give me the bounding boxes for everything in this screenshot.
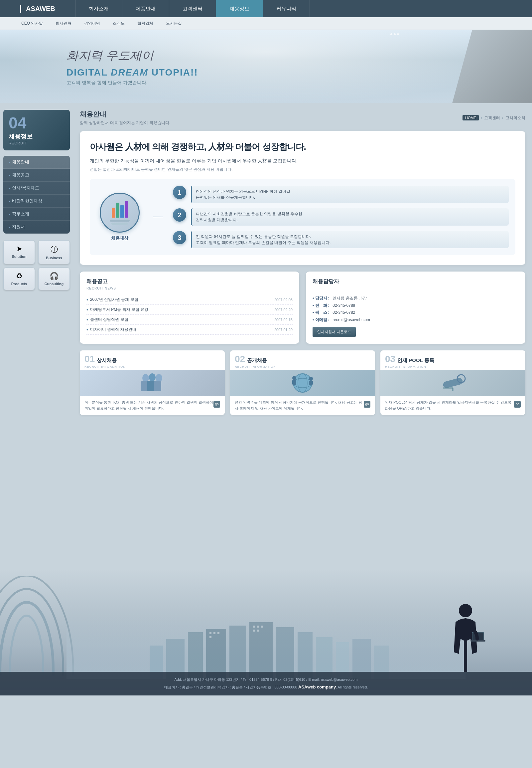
svg-point-18 <box>0 602 53 676</box>
recruit-news-box: 채용공고 RECRUIT NEWS • 2007년 신입사원 공채 모집 200… <box>80 272 299 344</box>
header: ASAWEB 회사소개 제품안내 고객센터 채용정보 커뮤니티 <box>0 0 532 103</box>
step-text-3: 전 직원과 84시간도 늘 함께할 수 있는 유능한 직원을 모집합니다. 고객… <box>191 231 509 248</box>
news-item-1: • 2007년 신입사원 공채 모집 2007.02.03 <box>86 295 293 305</box>
nav-customer[interactable]: 고객센터 <box>169 0 216 17</box>
info-box-1-en: RECRUIT INFORMATION <box>80 365 225 370</box>
nav-recruit[interactable]: 채용정보 <box>216 0 263 17</box>
sub-nav-org[interactable]: 조직도 <box>111 20 126 27</box>
step-item-2: 2 다년간의 사회경험을 바탕으로 충분한 역량을 발취할 우수한 경력사원을 … <box>173 208 509 226</box>
sub-nav-management[interactable]: 경영이념 <box>83 20 101 27</box>
step-circle-1: 1 <box>173 186 186 199</box>
info-box-3-text: go 인재 POOL은 당시 공개가 없을 시 언제라도 입사지원서를 등록하실… <box>380 396 525 415</box>
sidebar-menu-item-recruit-info[interactable]: 채용안내 <box>3 156 70 169</box>
sidebar-menu-item-apply[interactable]: 지원서 <box>3 221 70 234</box>
sidebar-btn-consulting[interactable]: 🎧 Cunsulting <box>38 268 70 290</box>
footer-decor: Add. 서울특별시 가나구 다라동 123번지 / Tel. 01234-56… <box>0 569 532 696</box>
products-icon: ♻ <box>6 272 32 281</box>
hero-text: 화지력 우도제이 DIGITAL DREAM UTOPIA!! 고객의 행복을 … <box>67 48 198 86</box>
section-title: 채용안내 <box>80 110 170 119</box>
solution-icon: ➤ <box>6 245 32 253</box>
info-box-3: 03 인재 POOL 등록 RECRUIT INFORMATION <box>380 350 525 415</box>
sidebar-title-kr: 채용정보 <box>9 132 65 140</box>
contact-name: • 담당자 : 인사팀 홍길동 과장 <box>313 295 519 302</box>
sub-nav: CEO 인사말 회사연혁 경영이념 조직도 협력업체 오시는길 <box>0 17 532 30</box>
diagram-steps: 1 창의적인 생각과 넘치는 의욕으로 미래를 함께 열어갈 능력있는 인재를 … <box>173 186 509 248</box>
consulting-label: Cunsulting <box>41 282 67 286</box>
section-desc: 함께 성장하면서 더욱 철어지는 기업이 되겠습니다. <box>80 120 170 126</box>
bullet-2: • <box>86 307 88 313</box>
logo[interactable]: ASAWEB <box>20 5 55 13</box>
info-box-2-header: 02 공개채용 <box>230 350 375 365</box>
nav-company[interactable]: 회사소개 <box>75 0 122 17</box>
sidebar-menu-item-talent[interactable]: 바람직한인재상 <box>3 195 70 208</box>
info-box-1-header: 01 상시채용 <box>80 350 225 365</box>
contact-email-value: recruit@asaweb.com <box>333 318 370 322</box>
sidebar-menu-item-jobs[interactable]: 직무소개 <box>3 208 70 221</box>
contact-box-subtitle <box>313 287 519 290</box>
news-item-2: • 마케팅부서 PM급 특채 모집 요강 2007.02.20 <box>86 305 293 315</box>
main-nav: 회사소개 제품안내 고객센터 채용정보 커뮤니티 <box>75 0 512 17</box>
bullet-3: • <box>86 317 88 322</box>
sub-nav-partner[interactable]: 협력업체 <box>136 20 155 27</box>
info-box-3-image <box>380 370 525 396</box>
news-text-2: 마케팅부서 PM급 특채 모집 요강 <box>90 307 148 313</box>
sidebar-btn-products[interactable]: ♻ Products <box>3 268 35 290</box>
news-date-1: 2007.02.03 <box>274 298 293 302</box>
sidebar-btn-solution[interactable]: ➤ Solution <box>3 240 35 264</box>
footer-buildings <box>67 612 465 679</box>
news-item-3: • 콜센터 상담직원 모집 2007.02.15 <box>86 315 293 325</box>
diagram-label: 채용대상 <box>96 235 143 241</box>
info-box-2-title: 공개채용 <box>247 357 267 364</box>
sidebar-menu-item-hr[interactable]: 인사/복지제도 <box>3 182 70 195</box>
business-label: Business <box>41 256 67 260</box>
news-text-1: 2007년 신입사원 공채 모집 <box>90 297 138 303</box>
step-text-1: 창의적인 생각과 넘치는 의욕으로 미래를 함께 열어갈 능력있는 인재를 신규… <box>191 186 509 203</box>
svg-rect-36 <box>217 632 219 634</box>
recruit-sub2: 성업은 열정과 크리에이티브 능력을 겸비한 인재들의 많은 관심과 지원 바랍… <box>90 167 515 172</box>
sidebar-menu-item-recruit-post[interactable]: 채용공고 <box>3 169 70 182</box>
nav-community[interactable]: 커뮤니티 <box>263 0 310 17</box>
sidebar-menu: 채용안내 채용공고 인사/복지제도 바람직한인재상 직무소개 지원서 <box>3 156 70 234</box>
news-item-4: • 디자이너 경력직 채용안내 2007.01.20 <box>86 325 293 335</box>
go-btn-3[interactable]: go <box>514 401 521 408</box>
contact-name-label: • 담당자 : <box>313 296 330 301</box>
contact-box-title: 채용담당자 <box>313 278 519 285</box>
sub-nav-history[interactable]: 회사연혁 <box>54 20 73 27</box>
svg-rect-26 <box>229 626 246 679</box>
bullet-4: • <box>86 327 88 332</box>
news-box-subtitle: RECRUIT NEWS <box>86 287 293 290</box>
svg-rect-39 <box>257 626 259 628</box>
main-content-box: 아사웹은 人材에 의해 경쟁하고, 人材와 더불어 성장합니다. 개인의 무한한… <box>80 131 525 265</box>
contact-fax-value: 02-345-6782 <box>333 310 355 315</box>
hero-subtitle: 고객의 행복을 함께 만들어 가겠습니다. <box>67 80 198 86</box>
page-wrapper: ASAWEB 회사소개 제품안내 고객센터 채용정보 커뮤니티 <box>0 0 532 696</box>
breadcrumb-current: 고객의소리 <box>505 115 525 121</box>
step-item-1: 1 창의적인 생각과 넘치는 의욕으로 미래를 함께 열어갈 능력있는 인재를 … <box>173 186 509 203</box>
business-icon: ⓘ <box>41 245 67 255</box>
sidebar-icon-buttons: ➤ Solution ⓘ Business ♻ Products 🎧 Cunsu… <box>3 240 70 290</box>
step-item-3: 3 전 직원과 84시간도 늘 함께할 수 있는 유능한 직원을 모집합니다. … <box>173 231 509 248</box>
sidebar-btn-business[interactable]: ⓘ Business <box>38 240 70 264</box>
diagram-icon <box>100 193 140 233</box>
info-box-1-num: 01 <box>84 354 95 364</box>
download-button[interactable]: 입사지원서 다운로드 <box>313 327 356 337</box>
step-text-2: 다년간의 사회경험을 바탕으로 충분한 역량을 발취할 우수한 경력사원을 채용… <box>191 208 509 226</box>
contact-tel-value: 02-345-6789 <box>333 303 355 308</box>
contact-email-label: • 이메일 : <box>313 318 330 322</box>
sidebar: 04 채용정보 RECRUIT 채용안내 채용공고 인사/복지제도 바람직한인재… <box>0 103 73 569</box>
bullet-1: • <box>86 297 88 303</box>
sub-nav-ceo[interactable]: CEO 인사말 <box>20 20 44 27</box>
hero-title-part1: DIGITAL <box>67 67 111 77</box>
svg-rect-40 <box>261 626 263 628</box>
svg-rect-28 <box>276 627 294 679</box>
go-btn-1[interactable]: go <box>213 401 220 408</box>
nav-products[interactable]: 제품안내 <box>122 0 169 17</box>
contact-fax-label: • 팩 스 : <box>313 310 330 315</box>
info-boxes: 01 상시채용 RECRUIT INFORMATION <box>80 350 525 415</box>
footer-person <box>446 602 485 676</box>
sidebar-banner: 04 채용정보 RECRUIT <box>3 110 70 150</box>
svg-rect-13 <box>309 381 313 385</box>
sub-nav-location[interactable]: 오시는길 <box>165 20 183 27</box>
go-btn-2[interactable]: go <box>364 401 370 408</box>
svg-point-21 <box>10 616 43 676</box>
